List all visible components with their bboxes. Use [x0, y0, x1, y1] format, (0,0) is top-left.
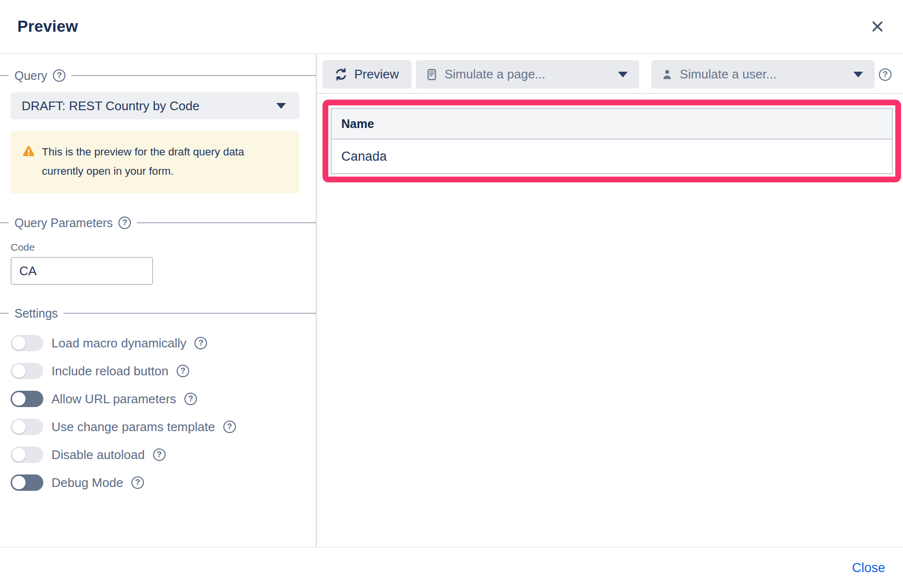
help-icon[interactable]	[184, 393, 197, 405]
query-parameters-label: Query Parameters	[14, 216, 113, 230]
simulate-user-placeholder: Simulate a user...	[680, 67, 847, 82]
chevron-down-icon	[853, 72, 863, 77]
dialog-header: Preview	[0, 0, 903, 54]
toggle-load-macro-dynamically[interactable]	[11, 335, 43, 351]
refresh-preview-button[interactable]: Preview	[322, 60, 412, 89]
help-icon[interactable]	[177, 365, 189, 377]
settings-legend: Settings	[0, 306, 316, 320]
toggle-knob	[12, 336, 26, 350]
query-parameters-help-icon[interactable]	[118, 217, 131, 229]
query-section-label: Query	[14, 69, 47, 83]
toggle-disable-autoload[interactable]	[11, 447, 43, 463]
toolbar-divider	[317, 93, 903, 94]
toggle-knob	[12, 392, 26, 406]
toggle-label: Include reload button	[52, 364, 168, 379]
results-table-body: Canada	[331, 139, 892, 174]
warning-icon	[22, 145, 35, 158]
user-icon	[661, 68, 673, 81]
close-icon[interactable]	[869, 18, 886, 35]
toggle-knob	[12, 420, 26, 434]
setting-row-debug-mode: Debug Mode	[11, 474, 316, 491]
table-row: Canada	[331, 139, 892, 174]
chevron-down-icon	[276, 103, 286, 109]
simulate-page-placeholder: Simulate a page...	[444, 67, 612, 82]
setting-row-load-macro-dynamically: Load macro dynamically	[11, 335, 316, 351]
help-icon[interactable]	[223, 421, 236, 433]
query-select-dropdown[interactable]: DRAFT: REST Country by Code	[11, 92, 299, 119]
query-help-icon[interactable]	[53, 69, 65, 82]
config-panel: Query DRAFT: REST Country by Code This i…	[0, 54, 317, 547]
query-parameters-legend: Query Parameters	[0, 216, 316, 230]
query-selected-value: DRAFT: REST Country by Code	[22, 99, 199, 114]
code-input[interactable]	[11, 257, 153, 285]
help-icon[interactable]	[153, 448, 166, 461]
chevron-down-icon	[618, 72, 628, 77]
simulate-user-dropdown[interactable]: Simulate a user...	[651, 60, 875, 89]
results-table-header-row: Name	[331, 108, 892, 139]
preview-panel: Preview Simulate a page... Simulate	[317, 54, 903, 547]
preview-button-label: Preview	[354, 67, 399, 82]
draft-warning-banner: This is the preview for the draft query …	[11, 131, 299, 193]
table-cell: Canada	[331, 139, 892, 174]
toggle-label: Load macro dynamically	[52, 336, 186, 351]
help-icon[interactable]	[131, 476, 144, 489]
toggle-label: Debug Mode	[52, 475, 123, 490]
settings-label: Settings	[14, 307, 58, 320]
results-column-header: Name	[331, 108, 892, 139]
setting-row-disable-autoload: Disable autoload	[11, 447, 316, 463]
help-icon[interactable]	[194, 337, 207, 349]
settings-toggle-list: Load macro dynamicallyInclude reload but…	[11, 335, 316, 491]
dialog-footer: Close	[0, 547, 903, 588]
preview-toolbar: Preview Simulate a page... Simulate	[322, 60, 891, 89]
page-title: Preview	[17, 17, 78, 36]
simulate-page-dropdown[interactable]: Simulate a page...	[416, 60, 639, 89]
toggle-label: Use change params template	[52, 420, 215, 435]
toggle-knob	[12, 448, 26, 461]
query-section-legend: Query	[0, 68, 316, 83]
refresh-icon	[334, 67, 348, 81]
toggle-label: Disable autoload	[52, 447, 145, 462]
close-button[interactable]: Close	[852, 561, 885, 575]
dialog-body: Query DRAFT: REST Country by Code This i…	[0, 54, 903, 547]
toggle-label: Allow URL parameters	[52, 392, 176, 407]
toggle-use-change-params-template[interactable]	[11, 419, 43, 435]
result-highlight-box: Name Canada	[322, 100, 901, 182]
results-table: Name Canada	[331, 108, 893, 174]
toggle-allow-url-parameters[interactable]	[11, 391, 43, 407]
page-icon	[426, 68, 438, 81]
warning-message: This is the preview for the draft query …	[42, 142, 283, 181]
setting-row-include-reload-button: Include reload button	[11, 363, 316, 379]
preview-help-icon[interactable]	[879, 68, 891, 81]
toggle-knob	[12, 364, 26, 378]
code-field-label: Code	[11, 242, 316, 253]
setting-row-use-change-params-template: Use change params template	[11, 419, 316, 435]
toggle-debug-mode[interactable]	[11, 474, 43, 491]
toggle-include-reload-button[interactable]	[11, 363, 43, 379]
toggle-knob	[12, 476, 26, 489]
setting-row-allow-url-parameters: Allow URL parameters	[11, 391, 316, 407]
preview-dialog: Preview Query DRAFT: REST Country by Cod…	[0, 0, 903, 588]
